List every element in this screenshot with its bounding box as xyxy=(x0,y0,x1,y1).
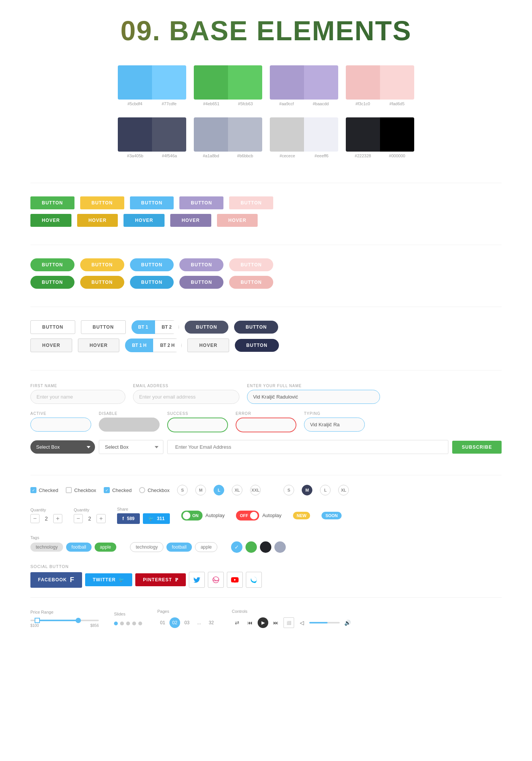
size-badge-s[interactable]: S xyxy=(177,485,188,495)
btn-yellow-rounded-2[interactable]: BUTTON xyxy=(80,276,124,289)
btn-navy[interactable]: BUTTON xyxy=(234,321,278,334)
size-badge-m[interactable]: M xyxy=(195,485,206,495)
slide-dot-4[interactable] xyxy=(132,622,136,625)
btn-blue-rounded-2[interactable]: BUTTON xyxy=(130,276,174,289)
btn-purple-rounded[interactable]: BUTTON xyxy=(179,258,223,271)
btn-split-bt2[interactable]: BT 2 xyxy=(155,320,179,334)
input-error[interactable] xyxy=(236,418,296,432)
btn-outline-hover-3[interactable]: HOVER xyxy=(187,339,229,352)
fastforward-btn[interactable]: ⏭ xyxy=(271,617,281,628)
btn-outline-1[interactable]: BUTTON xyxy=(30,320,75,334)
btn-pink-flat[interactable]: BUTTON xyxy=(229,196,273,209)
volume-slider[interactable] xyxy=(309,622,340,623)
rewind-btn[interactable]: ⏮ xyxy=(245,617,255,628)
tag-technology-1[interactable]: technology xyxy=(30,543,63,552)
qty-increase-2[interactable]: + xyxy=(97,514,106,523)
input-typing[interactable] xyxy=(304,418,365,432)
qty-increase-1[interactable]: + xyxy=(53,514,62,523)
btn-blue-rounded[interactable]: BUTTON xyxy=(130,258,174,271)
color-dot-green[interactable] xyxy=(245,541,257,553)
social-facebook-btn[interactable]: FACEBOOK f xyxy=(30,572,82,588)
share-twitter[interactable]: 🐦 311 xyxy=(143,513,170,524)
input-firstname[interactable] xyxy=(30,390,125,404)
input-fullname[interactable] xyxy=(247,390,380,404)
checkbox-checked-2[interactable]: ✓ Checked xyxy=(104,487,131,493)
size-badge-s2[interactable]: S xyxy=(283,485,294,495)
size-badge-m2[interactable]: M xyxy=(302,485,312,495)
social-twitter-icon[interactable] xyxy=(189,572,205,588)
btn-green-flat[interactable]: BUTTON xyxy=(30,196,74,209)
slider-thumb-right[interactable] xyxy=(76,618,81,623)
aspect-btn[interactable]: ⬜ xyxy=(283,617,294,628)
size-badge-l[interactable]: L xyxy=(214,485,224,495)
slide-dot-2[interactable] xyxy=(120,622,124,625)
tag-apple-2[interactable]: apple xyxy=(195,542,217,552)
tag-football-1[interactable]: football xyxy=(66,543,92,552)
slider-thumb-left[interactable] xyxy=(35,618,40,623)
qty-decrease-1[interactable]: − xyxy=(30,514,40,523)
input-active[interactable] xyxy=(30,418,91,432)
social-skype-icon[interactable] xyxy=(246,572,262,588)
size-badge-l2[interactable]: L xyxy=(320,485,331,495)
btn-purple-rounded-2[interactable]: BUTTON xyxy=(179,276,223,289)
btn-outline-2[interactable]: BUTTON xyxy=(81,320,126,334)
volume-max-icon[interactable]: 🔊 xyxy=(342,617,353,628)
qty-decrease-2[interactable]: − xyxy=(74,514,83,523)
btn-purple-flat[interactable]: BUTTON xyxy=(179,196,223,209)
share-facebook[interactable]: f 589 xyxy=(117,513,140,524)
page-01[interactable]: 01 xyxy=(157,617,168,628)
social-twitter-btn[interactable]: TWITTER 🐦 xyxy=(85,573,132,586)
btn-blue-hover[interactable]: HOVER xyxy=(124,214,165,227)
subscribe-email[interactable] xyxy=(167,440,448,454)
btn-pink-rounded-2[interactable]: BUTTON xyxy=(229,276,273,289)
select-box-1[interactable]: Select Box xyxy=(30,440,95,454)
slide-dot-1[interactable] xyxy=(114,622,118,625)
page-02[interactable]: 02 xyxy=(169,617,180,628)
size-badge-xl2[interactable]: XL xyxy=(338,485,349,495)
toggle-off[interactable]: OFF xyxy=(236,511,259,521)
shuffle-btn[interactable]: ⇄ xyxy=(232,617,242,628)
slide-dot-3[interactable] xyxy=(126,622,130,625)
btn-yellow-rounded[interactable]: BUTTON xyxy=(80,258,124,271)
btn-outline-hover-2[interactable]: HOVER xyxy=(78,339,120,352)
select-box-2[interactable]: Select Box xyxy=(99,440,163,454)
social-pinterest-btn[interactable]: PINTEREST 𝐏 xyxy=(135,573,185,586)
btn-dark[interactable]: BUTTON xyxy=(185,321,229,334)
btn-pink-hover[interactable]: HOVER xyxy=(217,214,258,227)
btn-green-rounded[interactable]: BUTTON xyxy=(30,258,74,271)
btn-blue-flat[interactable]: BUTTON xyxy=(130,196,174,209)
social-dribbble-icon[interactable] xyxy=(208,572,224,588)
tag-football-2[interactable]: football xyxy=(166,543,192,552)
input-email[interactable] xyxy=(133,390,239,404)
slide-dot-5[interactable] xyxy=(138,622,142,625)
page-03[interactable]: 03 xyxy=(182,617,192,628)
btn-green-hover[interactable]: HOVER xyxy=(30,214,71,227)
btn-yellow-hover[interactable]: HOVER xyxy=(77,214,118,227)
btn-split-bt1h[interactable]: BT 1 H xyxy=(125,339,153,352)
input-success[interactable] xyxy=(167,418,228,432)
btn-green-rounded-2[interactable]: BUTTON xyxy=(30,276,74,289)
checkbox-unchecked-2[interactable]: Checkbox xyxy=(139,487,169,493)
color-dot-dark[interactable] xyxy=(260,541,271,553)
checkbox-checked-1[interactable]: ✓ Checked xyxy=(30,487,58,493)
page-32[interactable]: 32 xyxy=(206,617,217,628)
size-badge-xl[interactable]: XL xyxy=(232,485,242,495)
volume-icon[interactable]: ◁ xyxy=(296,617,307,628)
btn-outline-hover-1[interactable]: HOVER xyxy=(30,339,72,352)
btn-split-bt2h[interactable]: BT 2 H xyxy=(153,339,182,352)
btn-purple-hover[interactable]: HOVER xyxy=(170,214,211,227)
btn-pink-rounded[interactable]: BUTTON xyxy=(229,258,273,271)
toggle-on[interactable]: ON xyxy=(181,511,203,521)
size-badge-xxl[interactable]: XXL xyxy=(250,485,261,495)
social-youtube-icon[interactable] xyxy=(227,572,243,588)
checkbox-unchecked-1[interactable]: Checkbox xyxy=(66,487,96,493)
btn-yellow-flat[interactable]: BUTTON xyxy=(80,196,124,209)
play-btn[interactable]: ▶ xyxy=(258,617,268,628)
tag-technology-2[interactable]: technology xyxy=(130,542,163,552)
btn-navy-hover[interactable]: BUTTON xyxy=(235,339,279,352)
btn-split-bt1[interactable]: BT 1 xyxy=(131,320,155,334)
subscribe-button[interactable]: SUBSCRIBE xyxy=(452,441,502,454)
color-dot-gray[interactable] xyxy=(274,541,286,553)
tag-apple-1[interactable]: apple xyxy=(95,543,116,552)
color-dot-blue[interactable]: ✓ xyxy=(231,541,242,553)
